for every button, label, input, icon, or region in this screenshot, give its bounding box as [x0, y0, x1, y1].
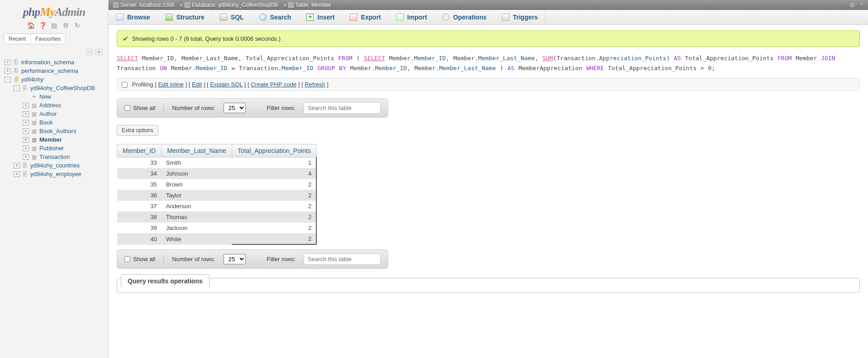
explain-sql-link[interactable]: Explain SQL [210, 81, 243, 88]
col-header-member-id[interactable]: Member_ID [117, 144, 162, 158]
table-row[interactable]: 39Jackson2 [117, 223, 317, 234]
num-rows-label-bottom: Number of rows: [172, 256, 215, 263]
success-text: Showing rows 0 - 7 (8 total, Query took … [132, 35, 281, 42]
expand-icon[interactable]: + [5, 60, 11, 65]
settings-icon[interactable]: ⚙ [62, 22, 69, 29]
tree-node-yd94ohy-countries[interactable]: +🗄yd94ohy_countries [3, 161, 105, 170]
tree-node-author[interactable]: +▦Author [3, 110, 105, 118]
cell-points: 2 [232, 201, 316, 212]
tbl-icon: ▦ [30, 128, 38, 134]
collapse-icon[interactable]: − [86, 49, 93, 55]
tree-node-transaction[interactable]: +▦Transaction [3, 153, 105, 161]
table-row[interactable]: 35Brown2 [117, 179, 317, 190]
show-all-bottom[interactable]: Show all [124, 256, 155, 263]
link-icon[interactable]: ⚭ [95, 49, 103, 55]
home-icon[interactable]: 🏠 [27, 22, 34, 29]
filter-input-top[interactable] [304, 102, 381, 114]
db-icon: 🗄 [12, 76, 19, 83]
tab-structure-label: Structure [176, 14, 205, 21]
tab-structure-icon [166, 14, 173, 21]
cell-points: 1 [232, 158, 316, 168]
breadcrumb: Server: localhost:3306 » Database: yd94o… [109, 0, 868, 10]
create-php-link[interactable]: Create PHP code [251, 81, 296, 88]
db-tree: +🗄information_schema+🗄performance_schema… [3, 58, 105, 178]
expand-icon[interactable]: + [23, 146, 29, 151]
table-row[interactable]: 33Smith1 [117, 158, 317, 168]
expand-icon[interactable]: + [23, 129, 29, 134]
expand-icon[interactable]: + [23, 154, 29, 160]
tree-node-book[interactable]: +▦Book [3, 118, 105, 127]
show-all-checkbox-bottom[interactable] [124, 256, 130, 262]
table-row[interactable]: 38Thomas2 [117, 212, 317, 223]
expand-icon[interactable]: − [14, 86, 20, 91]
db-icon: 🗄 [12, 68, 19, 74]
cell-last-name: White [162, 234, 232, 245]
tree-node-yd94ohy-employee[interactable]: +🗄yd94ohy_employee [3, 170, 105, 178]
expand-icon[interactable]: + [23, 137, 29, 143]
num-rows-select-top[interactable]: 25 [224, 103, 246, 113]
tree-node-performance-schema[interactable]: +🗄performance_schema [3, 67, 105, 75]
tab-import[interactable]: Import [389, 10, 435, 24]
expand-icon[interactable]: + [14, 172, 20, 177]
tab-search[interactable]: Search [252, 10, 299, 24]
expand-icon[interactable]: + [23, 120, 29, 125]
profiling-checkbox[interactable] [122, 82, 128, 88]
tab-operations[interactable]: Operations [434, 10, 494, 24]
docs-icon[interactable]: ▤ [51, 22, 58, 29]
expand-icon[interactable]: − [5, 77, 11, 82]
reload-icon[interactable]: ↻ [74, 22, 81, 29]
gear-icon[interactable]: ⚙ [849, 1, 855, 9]
tab-structure[interactable]: Structure [158, 10, 212, 24]
table-row[interactable]: 36Taylor2 [117, 190, 317, 201]
expand-icon[interactable]: + [14, 163, 20, 168]
collapse-top-icon[interactable]: ⌃ [859, 1, 864, 9]
sidebar: phpMyAdmin 🏠 ❓ ▤ ⚙ ↻ Recent Favourites −… [0, 0, 109, 358]
extra-options-button[interactable]: Extra options [117, 125, 158, 136]
refresh-link[interactable]: Refresh [305, 81, 325, 88]
tree-node-new[interactable]: ✦New [3, 92, 105, 101]
crumb-table[interactable]: Table: Member [296, 2, 331, 8]
tab-triggers[interactable]: Triggers [494, 10, 545, 24]
num-rows-select-bottom[interactable]: 25 [224, 254, 246, 264]
tree-label: Address [39, 102, 61, 109]
cell-points: 2 [232, 179, 316, 190]
tree-node-information-schema[interactable]: +🗄information_schema [3, 58, 105, 67]
crumb-database[interactable]: Database: yd94ohy_CoffeeShopDB [192, 2, 278, 8]
tab-favourites[interactable]: Favourites [31, 34, 65, 44]
cell-points: 2 [232, 234, 316, 245]
profiling-label: Profiling [132, 81, 153, 88]
col-header-points[interactable]: Total_Appreciation_Points [232, 144, 316, 158]
expand-icon[interactable]: + [23, 111, 29, 117]
results-table: Member_ID Member_Last_Name Total_Appreci… [117, 144, 317, 245]
tree-node-yd94ohy-coffeeshopdb[interactable]: −🗄yd94ohy_CoffeeShopDB [3, 84, 105, 92]
expand-icon[interactable]: + [23, 103, 29, 108]
tree-label: yd94ohy [21, 76, 43, 83]
show-all-checkbox-top[interactable] [124, 105, 130, 111]
tree-node-yd94ohy[interactable]: −🗄yd94ohy [3, 75, 105, 84]
table-row[interactable]: 40White2 [117, 234, 317, 245]
col-header-last-name[interactable]: Member_Last_Name [162, 144, 232, 158]
tab-sql-label: SQL [231, 14, 244, 21]
table-row[interactable]: 34Johnson4 [117, 168, 317, 179]
tree-node-address[interactable]: +▦Address [3, 101, 105, 110]
filter-input-bottom[interactable] [304, 253, 381, 265]
table-row[interactable]: 37Anderson2 [117, 201, 317, 212]
tree-node-publisher[interactable]: +▦Publisher [3, 144, 105, 153]
database-icon [185, 2, 190, 8]
crumb-server[interactable]: Server: localhost:3306 [120, 2, 174, 8]
tab-sql[interactable]: SQL [212, 10, 252, 24]
tab-export[interactable]: Export [342, 10, 388, 24]
logout-icon[interactable]: ❓ [39, 22, 46, 29]
tab-insert-icon [306, 14, 314, 21]
cell-points: 2 [232, 212, 316, 223]
edit-inline-link[interactable]: Edit inline [158, 81, 183, 88]
tab-insert[interactable]: Insert [299, 10, 342, 24]
tree-node-book-authors[interactable]: +▦Book_Authors [3, 127, 105, 135]
logo[interactable]: phpMyAdmin [3, 5, 105, 19]
show-all-top[interactable]: Show all [124, 105, 155, 111]
expand-icon[interactable]: + [5, 68, 11, 74]
tree-node-member[interactable]: +▦Member [3, 135, 105, 144]
edit-link[interactable]: Edit [192, 81, 202, 88]
tab-browse[interactable]: Browse [109, 10, 158, 24]
tab-recent[interactable]: Recent [4, 34, 31, 44]
